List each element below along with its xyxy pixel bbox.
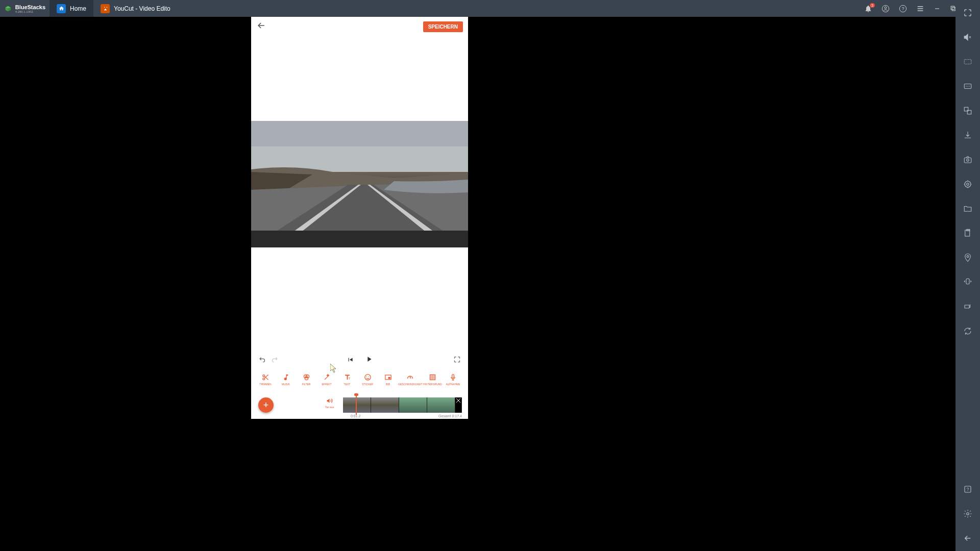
screenshot-icon[interactable]: [962, 154, 973, 165]
install-apk-icon[interactable]: [962, 130, 973, 141]
svg-point-8: [966, 86, 967, 87]
shake-icon[interactable]: [962, 277, 973, 288]
svg-point-34: [364, 374, 370, 380]
tool-toolbar: TRIMMEN MUSIK FILTER EFFEKT T TEXT STICK…: [251, 369, 468, 389]
feedback-icon[interactable]: ?: [962, 484, 973, 495]
media-folder-icon[interactable]: [962, 203, 973, 214]
timeline-thumbnail: [343, 397, 371, 413]
bluestacks-logo-area: BlueStacks 4.280.1.1002: [0, 0, 50, 17]
timeline-playhead[interactable]: [356, 395, 357, 415]
tab-bar: Home YouCut - Video Edito: [50, 0, 178, 17]
notification-count: 3: [870, 3, 875, 8]
tool-speed[interactable]: GESCHWINDIGKEIT: [398, 373, 423, 386]
emulator-title-bar: BlueStacks 4.280.1.1002 Home YouCut - Vi…: [0, 0, 980, 17]
skip-back-button[interactable]: [347, 356, 354, 365]
tab-youcut-label: YouCut - Video Edito: [114, 5, 170, 12]
back-nav-icon[interactable]: [962, 533, 973, 544]
tool-effect[interactable]: EFFEKT: [316, 373, 337, 386]
lock-cursor-icon[interactable]: [962, 179, 973, 190]
audio-icon: [326, 397, 333, 406]
hamburger-menu-icon[interactable]: [916, 5, 924, 13]
timeline-thumbnail: [399, 397, 427, 413]
audio-label: Ton aus: [325, 406, 334, 409]
svg-point-16: [967, 183, 969, 186]
svg-point-24: [967, 513, 969, 515]
fullscreen-preview-button[interactable]: [453, 356, 461, 365]
redo-button: [271, 356, 279, 365]
timeline-track[interactable]: [343, 397, 462, 413]
tool-volume[interactable]: LAUTST: [463, 373, 468, 386]
tool-text[interactable]: T TEXT: [337, 373, 357, 386]
svg-point-1: [885, 7, 887, 9]
multi-instance-icon[interactable]: [962, 105, 973, 116]
keymap-icon[interactable]: [962, 56, 973, 67]
svg-rect-13: [964, 158, 971, 163]
fullscreen-icon[interactable]: [962, 7, 973, 18]
youcut-app-window: SPEICHERN: [251, 17, 468, 419]
svg-point-9: [967, 86, 968, 87]
tab-home[interactable]: Home: [50, 0, 93, 17]
tool-effect-label: EFFEKT: [322, 383, 331, 386]
play-button[interactable]: [365, 355, 373, 366]
tool-trim-label: TRIMMEN: [259, 383, 271, 386]
rotate-icon[interactable]: [962, 301, 973, 312]
macro-icon[interactable]: [962, 81, 973, 92]
settings-icon[interactable]: [962, 508, 973, 519]
total-time: Gesamt 0:17.4: [438, 414, 462, 418]
timeline-thumbnail: [427, 397, 455, 413]
tool-filter[interactable]: FILTER: [296, 373, 316, 386]
tool-background[interactable]: HINTERGRUND: [423, 373, 443, 386]
tool-bg-label: HINTERGRUND: [423, 383, 442, 386]
svg-point-19: [967, 256, 969, 258]
timeline-thumbnail: [371, 397, 399, 413]
home-tab-icon: [57, 4, 66, 13]
tool-speed-label: GESCHWINDIGKEIT: [398, 383, 423, 386]
add-clip-button[interactable]: +: [258, 397, 274, 413]
volume-mute-icon[interactable]: [962, 32, 973, 43]
youcut-tab-icon: [101, 4, 110, 13]
notifications-icon[interactable]: 3: [864, 5, 872, 13]
save-button[interactable]: SPEICHERN: [423, 21, 463, 32]
timeline-area: + Ton aus 0:01.2 Gesamt 0:17.4: [251, 393, 468, 419]
tool-record-label: AUFNAHME: [446, 383, 460, 386]
account-icon[interactable]: [881, 5, 890, 13]
magic-wand-icon: [323, 373, 331, 382]
toggle-audio-button[interactable]: Ton aus: [325, 397, 334, 409]
svg-point-32: [305, 377, 308, 380]
clipboard-icon[interactable]: [962, 228, 973, 239]
tool-record[interactable]: AUFNAHME: [443, 373, 463, 386]
playback-controls: [251, 353, 468, 368]
minimize-button[interactable]: [934, 5, 941, 12]
tool-pip[interactable]: BIB: [378, 373, 398, 386]
tool-filter-label: FILTER: [302, 383, 311, 386]
tool-trim[interactable]: TRIMMEN: [255, 373, 276, 386]
undo-button[interactable]: [258, 356, 266, 365]
video-preview[interactable]: [251, 121, 468, 247]
location-icon[interactable]: [962, 252, 973, 263]
svg-point-36: [368, 377, 369, 377]
music-note-icon: [282, 373, 290, 382]
app-header: SPEICHERN: [251, 17, 468, 36]
svg-rect-40: [452, 374, 454, 378]
text-icon: T: [344, 373, 351, 382]
tab-youcut[interactable]: YouCut - Video Edito: [93, 0, 178, 17]
sync-icon[interactable]: [962, 325, 973, 337]
svg-rect-5: [952, 7, 955, 10]
pattern-icon: [429, 373, 436, 382]
svg-rect-20: [966, 279, 969, 284]
svg-text:?: ?: [967, 487, 969, 492]
svg-text:T: T: [349, 377, 351, 380]
app-back-button[interactable]: [256, 20, 266, 33]
svg-rect-4: [951, 6, 954, 10]
emulator-version: 4.280.1.1002: [15, 10, 45, 13]
emulator-name: BlueStacks: [15, 4, 45, 10]
speedometer-icon: [406, 373, 414, 382]
svg-point-28: [262, 375, 264, 377]
tool-music[interactable]: MUSIK: [276, 373, 296, 386]
tool-sticker[interactable]: STICKER: [357, 373, 378, 386]
help-icon[interactable]: ?: [899, 5, 907, 13]
microphone-icon: [449, 373, 457, 382]
timeline-end-marker: [455, 397, 462, 413]
svg-point-14: [967, 159, 969, 162]
smiley-icon: [364, 373, 372, 382]
